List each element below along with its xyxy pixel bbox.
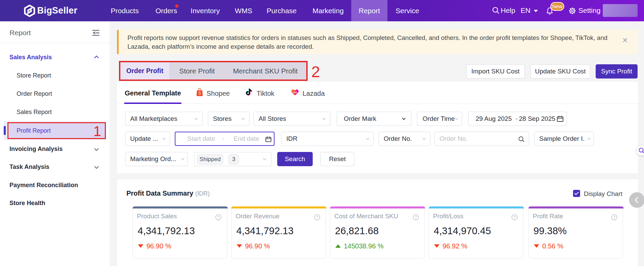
svg-text:S: S <box>198 91 201 96</box>
svg-text:?: ? <box>514 215 516 219</box>
svg-text:?: ? <box>415 215 417 219</box>
svg-text:?: ? <box>217 215 219 219</box>
svg-text:?: ? <box>613 215 615 219</box>
svg-text:Laz: Laz <box>293 91 297 94</box>
svg-text:?: ? <box>316 215 318 219</box>
